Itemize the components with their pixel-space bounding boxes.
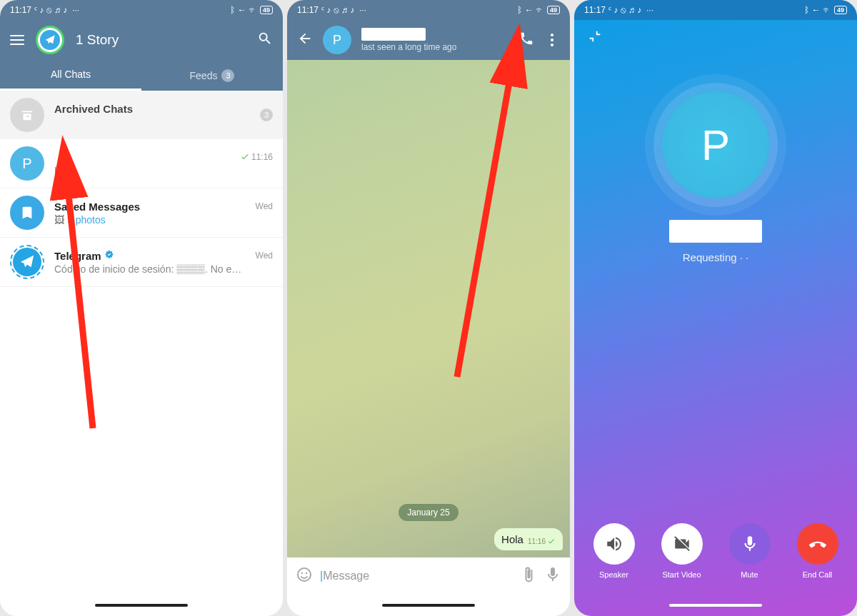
message-bubble[interactable]: Hola 11:16 [494,528,563,550]
more-icon[interactable] [544,34,560,46]
verified-icon [104,250,114,262]
chat-time: Wed [256,201,273,211]
avatar: P [10,146,44,181]
contact-avatar[interactable]: P [323,26,351,54]
chat-row-telegram[interactable]: Telegram Wed Código de inicio de sesión:… [0,238,283,287]
status-bar: 11:17 ᶜ ♪ ⦸ ♬ ♪ ··· ᛒ ← ᯤ 49 [0,0,283,20]
header-title: 1 Story [76,32,246,48]
bubble-time: 11:16 [528,537,556,545]
end-call-button[interactable]: End Call [783,523,851,579]
feeds-badge: 3 [221,69,234,82]
android-navbar[interactable] [574,595,857,616]
screen-chat-list: 11:17 ᶜ ♪ ⦸ ♬ ♪ ··· ᛒ ← ᯤ 49 1 Story All… [0,0,283,616]
archived-title: Archived Chats [54,103,250,115]
status-bar: 11:17ᶜ ♪ ⦸ ♬ ♪ ··· ᛒ ← ᯤ49 [287,0,570,20]
hamburger-icon[interactable] [10,35,24,45]
chat-message: 🖼9 photos [54,214,273,226]
tabs-row: All Chats Feeds3 [0,60,283,91]
archive-icon [10,98,44,132]
call-contact-name [669,220,762,243]
chat-list: Archived Chats 3 P 11:16 Hola Saved Mess… [0,91,283,595]
call-icon[interactable] [518,31,534,49]
svg-point-4 [306,572,307,574]
tab-feeds[interactable]: Feeds3 [141,60,283,91]
check-icon [240,151,250,163]
speaker-button[interactable]: Speaker [580,523,648,579]
delivered-icon [547,537,556,545]
svg-point-3 [301,572,303,574]
message-input-bar: |Message [287,557,570,595]
screen-call: 11:17ᶜ ♪ ⦸ ♬ ♪ ··· ᛒ ← ᯤ49 P Requesting … [574,0,857,616]
bubble-text: Hola [501,533,523,545]
mic-icon[interactable] [544,566,561,586]
avatar [10,245,44,279]
bt-icon: ᛒ ← ᯤ [230,5,257,15]
dnd-icon: ᶜ ♪ ⦸ ♬ ♪ ··· [34,5,79,15]
tab-all-chats[interactable]: All Chats [0,60,141,91]
back-icon[interactable] [297,31,313,49]
minimize-icon[interactable] [587,29,603,47]
chat-header: P last seen a long time ago [287,20,570,60]
contact-info[interactable]: last seen a long time ago [361,28,508,52]
chat-message: Código de inicio de sesión: ▒▒▒▒. No e… [54,263,273,275]
message-input[interactable]: |Message [320,570,513,582]
chat-name [54,151,57,163]
android-navbar[interactable] [287,595,570,616]
chat-time: 11:16 [240,151,273,163]
chat-row-saved[interactable]: Saved Messages Wed 🖼9 photos [0,188,283,238]
end-call-icon [808,535,827,553]
app-header: 1 Story [0,20,283,60]
mic-icon [741,535,759,553]
status-bar: 11:17ᶜ ♪ ⦸ ♬ ♪ ··· ᛒ ← ᯤ49 [574,0,857,20]
call-content: P Requesting · · [574,20,857,523]
chat-row-p[interactable]: P 11:16 Hola [0,139,283,188]
avatar [10,196,44,230]
chat-name: Saved Messages [54,201,140,213]
video-off-icon [673,535,691,553]
attach-icon[interactable] [520,566,537,586]
chat-time: Wed [256,251,273,261]
bookmark-icon [19,205,35,221]
chat-body[interactable]: January 25 Hola 11:16 [287,60,570,557]
archived-chats-row[interactable]: Archived Chats 3 [0,91,283,139]
mute-button[interactable]: Mute [716,523,783,579]
contact-status: last seen a long time ago [361,42,508,52]
chat-message: Hola [54,165,273,176]
emoji-icon[interactable] [296,566,313,586]
telegram-icon [19,254,35,270]
archived-badge: 3 [260,108,273,121]
call-status: Requesting · · [683,251,749,263]
status-time: 11:17 [10,5,31,15]
story-ring[interactable] [36,26,64,54]
date-pill: January 25 [399,504,458,521]
call-button-row: Speaker Start Video Mute End Call [574,523,857,595]
screen-chat: 11:17ᶜ ♪ ⦸ ♬ ♪ ··· ᛒ ← ᯤ49 P last seen a… [287,0,570,616]
call-avatar: P [662,91,769,198]
chat-name: Telegram [54,250,114,262]
android-navbar[interactable] [0,595,283,616]
search-icon[interactable] [257,31,273,49]
video-button[interactable]: Start Video [648,523,716,579]
svg-point-2 [298,568,311,581]
contact-name [361,28,426,41]
telegram-icon [44,34,56,46]
speaker-icon [605,535,623,553]
battery-level: 49 [260,6,273,14]
